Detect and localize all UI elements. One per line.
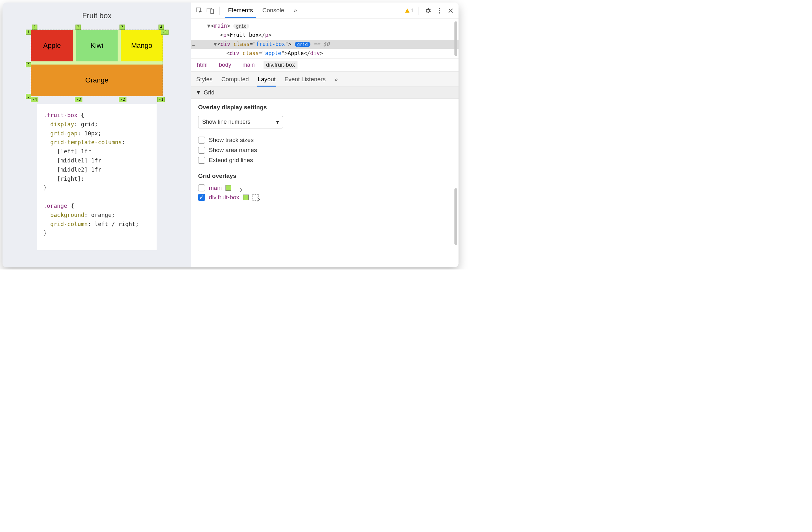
chevron-down-icon: ▾ [276,119,279,126]
scrollbar-track[interactable] [454,188,457,264]
fruit-box-grid[interactable]: Apple Kiwi Mango Orange [31,30,163,96]
grid-overlay-wrapper: Apple Kiwi Mango Orange 1 2 3 4 1 2 3 -1… [25,24,169,104]
warnings-count: 1 [411,8,414,14]
grid-line-label: -4 [31,97,38,102]
grid-line-label: 2 [26,62,31,67]
scrollbar-thumb[interactable] [454,188,457,245]
css-property: background [50,212,84,218]
grid-line-label: 2 [75,25,81,30]
svg-rect-2 [211,9,214,14]
grid-line-label: 4 [159,25,164,30]
dom-tag: p [265,32,268,38]
dom-node-apple[interactable]: <div class="apple">Apple</div> [198,49,459,58]
disclosure-triangle-icon: ▼ [195,89,201,96]
select-value: Show line numbers [202,119,250,125]
kebab-menu-icon[interactable] [435,6,444,15]
layout-section-body: Overlay display settings Show line numbe… [191,99,459,209]
rendered-page-pane: Fruit box Apple Kiwi Mango Orange 1 2 3 … [2,2,191,267]
breadcrumb-item[interactable]: div.fruit-box [263,61,298,69]
grid-cell-orange[interactable]: Orange [31,65,163,96]
highlight-element-icon[interactable] [252,194,259,200]
css-value: grid [81,121,95,127]
option-label: Extend grid lines [209,157,253,164]
grid-line-label: 1 [26,30,31,34]
svg-point-5 [439,12,440,14]
dom-node-p[interactable]: <p>Fruit box</p> [198,30,459,40]
checkbox[interactable]: ✓ [198,194,205,201]
checkbox[interactable] [198,137,205,143]
css-value: left / right [95,221,135,227]
subtab-event-listeners[interactable]: Event Listeners [284,73,326,87]
css-property: grid-template-columns [50,139,122,145]
css-value: [right] [57,175,81,182]
styles-subtabs: Styles Computed Layout Event Listeners » [191,71,459,87]
css-selector: .orange [43,202,67,209]
css-value: [left] 1fr [57,148,91,155]
grid-overlays-heading: Grid overlays [198,172,452,179]
toolbar-separator [419,6,419,15]
grid-cell-apple[interactable]: Apple [31,30,73,61]
checkbox[interactable] [198,157,205,164]
grid-line-label: 1 [32,25,38,30]
color-swatch[interactable] [226,185,231,191]
overlay-name[interactable]: main [209,184,222,192]
css-value: orange [91,212,112,218]
dom-selected-ref: == $0 [314,41,330,47]
grid-cell-mango[interactable]: Mango [121,30,163,61]
warnings-badge[interactable]: 1 [405,8,414,14]
breadcrumb-item[interactable]: html [194,61,210,69]
grid-badge[interactable]: grid [233,24,249,29]
dom-tag: div [220,41,230,47]
subtab-layout[interactable]: Layout [257,73,276,87]
layout-section-header[interactable]: ▼ Grid [191,87,459,99]
close-icon[interactable] [447,6,455,15]
tab-elements[interactable]: Elements [225,4,256,18]
settings-icon[interactable] [424,6,432,15]
tab-console[interactable]: Console [259,4,287,18]
option-show-track-sizes[interactable]: Show track sizes [198,137,452,143]
css-value: [middle1] 1fr [57,157,101,164]
grid-line-label: 3 [26,94,31,99]
color-swatch[interactable] [243,195,249,200]
tab-more[interactable]: » [291,4,300,18]
inspect-element-icon[interactable] [195,6,203,15]
option-show-area-names[interactable]: Show area names [198,147,452,154]
dom-attr: class [243,50,259,56]
grid-badge[interactable]: grid [295,42,310,47]
css-selector: .fruit-box [43,112,77,118]
subtab-computed[interactable]: Computed [221,73,250,87]
dom-node-main[interactable]: ▼<main> grid [198,22,459,30]
highlight-element-icon[interactable] [235,185,241,191]
section-title: Grid [204,89,215,96]
dom-attr-value: apple [265,50,281,56]
device-toolbar-icon[interactable] [206,6,215,15]
svg-point-3 [439,8,440,9]
css-property: grid-gap [50,130,78,137]
overlay-name[interactable]: div.fruit-box [209,194,239,201]
dom-tree[interactable]: ▼<main> grid <p>Fruit box</p> ▼<div clas… [191,19,459,58]
breadcrumb: html body main div.fruit-box [191,58,459,71]
option-label: Show area names [209,147,257,154]
grid-cell-kiwi[interactable]: Kiwi [76,30,118,61]
grid-line-label: -1 [161,30,169,34]
subtab-styles[interactable]: Styles [195,73,213,87]
dom-attr: class [233,41,249,47]
option-label: Show track sizes [209,137,254,143]
dom-node-fruit-box[interactable]: ▼<div class="fruit-box"> grid == $0 [191,40,459,49]
devtools-toolbar: Elements Console » 1 [191,2,459,19]
scrollbar-track[interactable] [454,22,457,185]
subtab-more[interactable]: » [334,73,338,87]
dom-text: Fruit box [230,32,259,38]
dom-tag: div [230,50,239,56]
scrollbar-thumb[interactable] [454,22,457,56]
breadcrumb-item[interactable]: body [216,61,234,69]
css-value: [middle2] 1fr [57,166,101,173]
dom-attr-value: fruit-box [256,41,285,47]
breadcrumb-item[interactable]: main [240,61,257,69]
checkbox[interactable] [198,184,205,192]
line-numbers-select[interactable]: Show line numbers ▾ [198,116,283,128]
svg-point-4 [439,10,440,11]
checkbox[interactable] [198,147,205,154]
grid-overlay-row: main [198,184,452,192]
option-extend-grid-lines[interactable]: Extend grid lines [198,157,452,164]
